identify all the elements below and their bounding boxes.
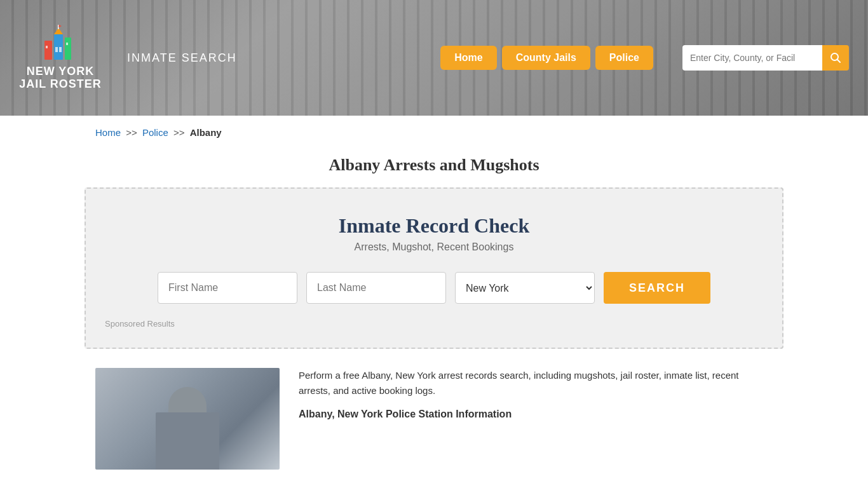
inmate-search-label: INMATE SEARCH [127,51,237,65]
bottom-description: Perform a free Albany, New York arrest r… [299,368,773,398]
police-nav-button[interactable]: Police [595,46,653,70]
breadcrumb-home-link[interactable]: Home [95,127,121,138]
svg-rect-4 [55,47,58,52]
header-search-input[interactable] [682,45,822,71]
state-select[interactable]: New York [455,272,595,304]
breadcrumb-current: Albany [190,127,222,138]
page-title: Albany Arrests and Mugshots [0,156,868,175]
svg-rect-5 [59,47,62,52]
logo-icon [41,25,79,63]
svg-rect-8 [58,25,59,29]
svg-line-11 [837,60,841,63]
header-search-button[interactable] [822,45,849,71]
svg-rect-7 [66,43,68,45]
breadcrumb-sep2: >> [173,127,185,138]
search-form: New York SEARCH [105,272,763,304]
logo-text-line1: NEW YORK [27,65,95,78]
logo-area: NEW YORK JAIL ROSTER [19,25,102,91]
header-nav: Home County Jails Police [440,46,653,70]
inmate-record-check-section: Inmate Record Check Arrests, Mugshot, Re… [85,187,783,349]
bottom-section-heading: Albany, New York Police Station Informat… [299,409,773,420]
svg-marker-9 [59,25,62,27]
bottom-text-area: Perform a free Albany, New York arrest r… [299,368,773,420]
home-nav-button[interactable]: Home [440,46,496,70]
breadcrumb: Home >> Police >> Albany [0,116,868,149]
search-section-title: Inmate Record Check [105,214,763,238]
svg-rect-6 [46,46,48,48]
svg-rect-0 [44,41,52,60]
svg-rect-2 [65,37,71,60]
bottom-section: Perform a free Albany, New York arrest r… [0,349,868,488]
county-jails-nav-button[interactable]: County Jails [502,46,590,70]
albany-image [95,368,280,470]
site-header: NEW YORK JAIL ROSTER INMATE SEARCH Home … [0,0,868,116]
last-name-input[interactable] [306,272,446,304]
header-search-area [682,45,849,71]
search-icon [830,52,841,64]
search-form-button[interactable]: SEARCH [604,272,710,304]
breadcrumb-sep1: >> [126,127,137,138]
logo-text-line2: JAIL ROSTER [19,78,102,91]
breadcrumb-police-link[interactable]: Police [142,127,168,138]
search-section-subtitle: Arrests, Mugshot, Recent Bookings [105,241,763,253]
sponsored-results-label: Sponsored Results [105,319,763,329]
first-name-input[interactable] [158,272,297,304]
